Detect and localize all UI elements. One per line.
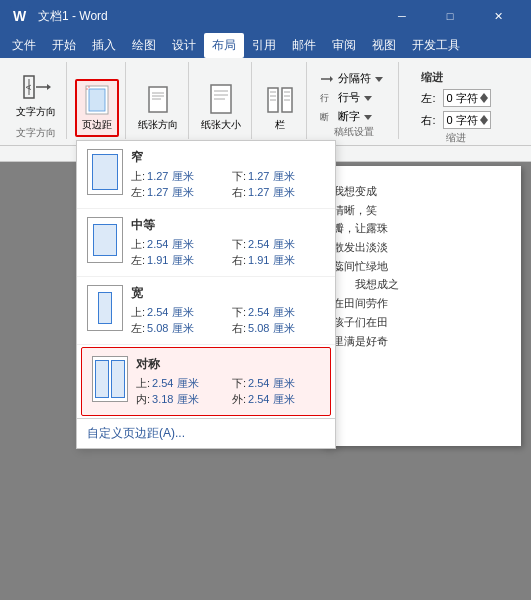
line-number-button[interactable]: 行 行号 [317, 89, 386, 106]
separator-icon [320, 72, 334, 86]
narrow-top-label: 上: [131, 169, 145, 184]
line-number-label: 行号 [338, 90, 360, 105]
close-button[interactable]: ✕ [475, 0, 521, 32]
medium-left-label: 左: [131, 253, 145, 268]
paper-size-icon [205, 84, 237, 116]
medium-bottom-label: 下: [232, 237, 246, 252]
hyphenation-button[interactable]: 断 断字 [317, 108, 386, 125]
columns-button[interactable]: 栏 [260, 79, 300, 137]
margin-wide-preview [87, 285, 123, 331]
narrow-right-value: 1.27 厘米 [248, 185, 294, 200]
indent-group: 缩进 左: 0 字符 右: 0 字符 [401, 62, 511, 139]
wide-top-label: 上: [131, 305, 145, 320]
separator-dropdown-icon [375, 75, 383, 83]
menu-dev[interactable]: 开发工具 [404, 33, 468, 58]
document-page: 我想变成 清晰，笑 瓣，让露珠 散发出淡淡 蕊间忙绿地 我想成之 在田间劳作 孩… [321, 166, 521, 446]
margin-dropdown: 窄 上: 1.27 厘米 下: 1.27 厘米 左: 1.27 厘米 [76, 140, 336, 449]
margin-dropdown-scroll[interactable]: 窄 上: 1.27 厘米 下: 1.27 厘米 左: 1.27 厘米 [77, 141, 335, 418]
medium-right-value: 1.91 厘米 [248, 253, 294, 268]
indent-right-input[interactable]: 0 字符 [443, 111, 490, 129]
wide-left-value: 5.08 厘米 [147, 321, 193, 336]
line-number-icon: 行 [320, 91, 334, 105]
page-setup-right-group: 分隔符 行 行号 断 断字 稿纸设置 [309, 62, 399, 139]
narrow-left-value: 1.27 厘米 [147, 185, 193, 200]
line-number-dropdown-icon [364, 94, 372, 102]
doc-line-2: 清晰，笑 [333, 201, 509, 220]
menu-mailings[interactable]: 邮件 [284, 33, 324, 58]
menu-view[interactable]: 视图 [364, 33, 404, 58]
indent-left-input[interactable]: 0 字符 [443, 89, 490, 107]
menu-review[interactable]: 审阅 [324, 33, 364, 58]
indent-right-row: 右: 0 字符 [421, 111, 490, 129]
orientation-button[interactable]: 纸张方向 [134, 79, 182, 137]
doc-line-4: 散发出淡淡 [333, 238, 509, 257]
margins-button[interactable]: 页边距 [75, 79, 119, 137]
margins-label: 页边距 [82, 118, 112, 132]
wide-bottom-value: 2.54 厘米 [248, 305, 294, 320]
menu-design[interactable]: 设计 [164, 33, 204, 58]
indent-group-label: 缩进 [446, 131, 466, 145]
document-content: 我想变成 清晰，笑 瓣，让露珠 散发出淡淡 蕊间忙绿地 我想成之 在田间劳作 孩… [333, 182, 509, 350]
doc-line-1: 我想变成 [333, 182, 509, 201]
menu-insert[interactable]: 插入 [84, 33, 124, 58]
sym-top-label: 上: [136, 376, 150, 391]
separator-button[interactable]: 分隔符 [317, 70, 386, 87]
ribbon: A 文字方向 文字方向 [0, 58, 531, 146]
doc-line-3: 瓣，让露珠 [333, 219, 509, 238]
medium-left-value: 1.91 厘米 [147, 253, 193, 268]
text-direction-group-label: 文字方向 [16, 124, 56, 140]
wide-right-value: 5.08 厘米 [248, 321, 294, 336]
doc-line-7: 在田间劳作 [333, 294, 509, 313]
margin-wide-name: 宽 [131, 285, 325, 302]
menu-layout[interactable]: 布局 [204, 33, 244, 58]
custom-margin-label: 自定义页边距(A)... [87, 425, 185, 442]
svg-text:断: 断 [320, 112, 329, 122]
maximize-button[interactable]: □ [427, 0, 473, 32]
wide-left-label: 左: [131, 321, 145, 336]
menu-home[interactable]: 开始 [44, 33, 84, 58]
orientation-label: 纸张方向 [138, 118, 178, 132]
margin-symmetric-item[interactable]: 对称 上: 2.54 厘米 下: 2.54 厘米 内: 3.18 厘米 [81, 347, 331, 416]
menu-file[interactable]: 文件 [4, 33, 44, 58]
columns-group: 栏 [254, 62, 307, 139]
word-app-icon: W [10, 6, 30, 26]
narrow-right-label: 右: [232, 185, 246, 200]
columns-icon [264, 84, 296, 116]
orientation-icon [142, 84, 174, 116]
custom-margin-button[interactable]: 自定义页边距(A)... [77, 418, 335, 448]
paper-size-group: 纸张大小 [191, 62, 252, 139]
sym-bottom-value: 2.54 厘米 [248, 376, 294, 391]
indent-left-down-icon[interactable] [480, 98, 488, 103]
svg-marker-31 [364, 96, 372, 101]
paper-size-button[interactable]: 纸张大小 [197, 79, 245, 137]
medium-bottom-value: 2.54 厘米 [248, 237, 294, 252]
sym-outer-value: 2.54 厘米 [248, 392, 294, 407]
window-controls: ─ □ ✕ [379, 0, 521, 32]
text-direction-button[interactable]: A 文字方向 [12, 66, 60, 124]
margin-narrow-name: 窄 [131, 149, 325, 166]
margin-medium-values: 上: 2.54 厘米 下: 2.54 厘米 左: 1.91 厘米 右: [131, 237, 325, 268]
indent-right-down-icon[interactable] [480, 120, 488, 125]
svg-text:行: 行 [320, 93, 329, 103]
margin-wide-item[interactable]: 宽 上: 2.54 厘米 下: 2.54 厘米 左: 5.08 厘米 [77, 277, 335, 345]
menu-references[interactable]: 引用 [244, 33, 284, 58]
svg-marker-28 [330, 76, 333, 82]
margin-narrow-item[interactable]: 窄 上: 1.27 厘米 下: 1.27 厘米 左: 1.27 厘米 [77, 141, 335, 209]
margins-group: 页边距 [69, 62, 126, 139]
medium-top-value: 2.54 厘米 [147, 237, 193, 252]
narrow-bottom-value: 1.27 厘米 [248, 169, 294, 184]
margin-medium-name: 中等 [131, 217, 325, 234]
page-setup-group-label: 稿纸设置 [334, 125, 374, 139]
margin-medium-item[interactable]: 中等 上: 2.54 厘米 下: 2.54 厘米 左: 1.91 厘米 [77, 209, 335, 277]
title-bar: W 文档1 - Word ─ □ ✕ [0, 0, 531, 32]
doc-line-5: 蕊间忙绿地 [333, 257, 509, 276]
sym-top-value: 2.54 厘米 [152, 376, 198, 391]
minimize-button[interactable]: ─ [379, 0, 425, 32]
paper-size-label: 纸张大小 [201, 118, 241, 132]
narrow-top-value: 1.27 厘米 [147, 169, 193, 184]
narrow-bottom-label: 下: [232, 169, 246, 184]
text-direction-icon: A [20, 71, 52, 103]
columns-label: 栏 [275, 118, 285, 132]
hyphenation-icon: 断 [320, 110, 334, 124]
menu-draw[interactable]: 绘图 [124, 33, 164, 58]
